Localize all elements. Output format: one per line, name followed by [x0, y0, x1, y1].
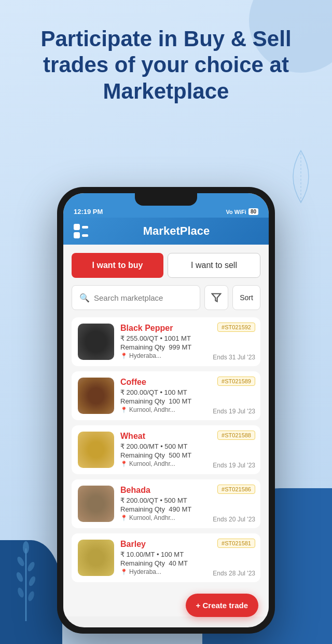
svg-point-7	[27, 591, 35, 602]
product-price: ₹ 10.00/MT • 100 MT	[120, 551, 254, 558]
wheat-illustration	[5, 538, 47, 623]
sort-button[interactable]: Sort	[232, 285, 260, 310]
app-menu-icon[interactable]	[74, 224, 88, 238]
app-header: MarketPlace	[63, 218, 269, 245]
app-title: MarketPlace	[94, 224, 258, 238]
search-row: 🔍 Sort	[72, 285, 260, 310]
product-tag: #ST021592	[217, 323, 255, 332]
product-tag: #ST021586	[217, 485, 255, 494]
buy-button[interactable]: I want to buy	[72, 253, 163, 278]
product-tag: #ST021581	[217, 539, 255, 548]
product-date: Ends 20 Jul '23	[213, 516, 255, 523]
product-price: ₹ 200.00/QT • 100 MT	[120, 388, 254, 396]
product-date: Ends 28 Jul '23	[213, 570, 255, 577]
product-date: Ends 19 Jul '23	[213, 462, 255, 469]
create-trade-button[interactable]: + Create trade	[186, 594, 258, 617]
product-remaining: Remaining Qty 40 MT	[120, 559, 254, 567]
product-price: ₹ 200.00/MT • 500 MT	[120, 442, 254, 450]
product-date: Ends 31 Jul '23	[213, 354, 255, 361]
product-image	[78, 486, 114, 522]
search-wrapper[interactable]: 🔍	[72, 285, 200, 310]
svg-point-4	[15, 571, 24, 583]
location-icon: 📍	[120, 461, 128, 467]
phone-mockup: 12:19 PM Vo WiFi 80 MarketPlace	[57, 187, 275, 634]
location-icon: 📍	[120, 515, 128, 521]
sell-button[interactable]: I want to sell	[168, 253, 260, 278]
svg-point-3	[26, 561, 36, 572]
hero-title: Participate in Buy & Sell trades of your…	[21, 26, 311, 104]
phone-frame: 12:19 PM Vo WiFi 80 MarketPlace	[57, 187, 275, 634]
leaf-illustration	[280, 145, 322, 210]
search-input[interactable]	[94, 293, 192, 302]
product-date: Ends 19 Jul '23	[213, 408, 255, 415]
search-icon: 🔍	[79, 293, 90, 303]
status-time: 12:19 PM	[74, 208, 103, 216]
product-card[interactable]: Barley ₹ 10.00/MT • 100 MT Remaining Qty…	[72, 533, 260, 582]
status-icons: Vo WiFi 80	[226, 208, 258, 215]
product-card[interactable]: Black Pepper ₹ 255.00/QT • 1001 MT Remai…	[72, 317, 260, 366]
product-card[interactable]: Behada ₹ 200.00/QT • 500 MT Remaining Qt…	[72, 479, 260, 528]
product-price: ₹ 255.00/QT • 1001 MT	[120, 334, 254, 342]
location-icon: 📍	[120, 407, 128, 413]
signal-icon: Vo WiFi	[226, 209, 246, 215]
product-image	[78, 540, 114, 576]
product-remaining: Remaining Qty 100 MT	[120, 397, 254, 405]
product-remaining: Remaining Qty 490 MT	[120, 505, 254, 513]
product-image	[78, 324, 114, 360]
product-remaining: Remaining Qty 999 MT	[120, 343, 254, 351]
main-content: I want to buy I want to sell 🔍 Sort	[63, 245, 269, 616]
product-image	[78, 432, 114, 468]
toggle-row: I want to buy I want to sell	[72, 253, 260, 278]
filter-button[interactable]	[204, 285, 228, 310]
location-icon: 📍	[120, 569, 128, 575]
product-image	[78, 378, 114, 414]
location-icon: 📍	[120, 353, 128, 359]
product-card[interactable]: Wheat ₹ 200.00/MT • 500 MT Remaining Qty…	[72, 425, 260, 474]
product-tag: #ST021588	[217, 431, 255, 440]
product-price: ₹ 200.00/QT • 500 MT	[120, 497, 254, 504]
product-tag: #ST021589	[217, 377, 255, 386]
svg-point-2	[16, 556, 26, 567]
svg-point-5	[27, 575, 37, 587]
phone-screen: 12:19 PM Vo WiFi 80 MarketPlace	[63, 193, 269, 627]
hero-section: Participate in Buy & Sell trades of your…	[0, 26, 332, 104]
product-card[interactable]: Coffee ₹ 200.00/QT • 100 MT Remaining Qt…	[72, 371, 260, 420]
phone-notch	[135, 193, 197, 206]
battery-indicator: 80	[248, 208, 258, 215]
svg-point-1	[23, 541, 29, 554]
product-remaining: Remaining Qty 500 MT	[120, 451, 254, 459]
svg-marker-9	[212, 294, 221, 302]
svg-point-6	[17, 587, 25, 598]
product-list: Black Pepper ₹ 255.00/QT • 1001 MT Remai…	[72, 317, 260, 582]
